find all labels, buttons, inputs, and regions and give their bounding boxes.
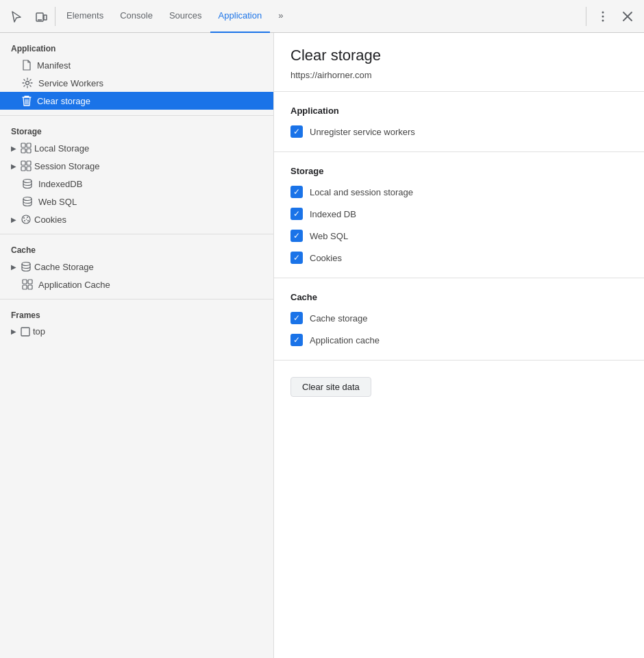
svg-rect-30: [28, 280, 32, 284]
panel-section-storage-title: Storage: [290, 166, 628, 176]
tab-more[interactable]: »: [270, 0, 291, 33]
svg-point-4: [602, 15, 604, 17]
sidebar-item-service-workers[interactable]: Service Workers: [0, 74, 273, 92]
checkbox-row-app-cache: ✓ Application cache: [290, 334, 628, 346]
arrow-right-icon-cache: ▶: [11, 263, 16, 271]
toolbar-divider-right: [586, 7, 586, 26]
sidebar-item-web-sql[interactable]: Web SQL: [0, 193, 273, 210]
svg-point-21: [23, 197, 32, 201]
more-options-button[interactable]: [592, 5, 614, 27]
gear-icon: [22, 77, 33, 88]
svg-rect-18: [21, 167, 25, 171]
svg-rect-12: [21, 143, 25, 147]
sidebar-item-manifest-label: Manifest: [37, 60, 71, 71]
toolbar-right: [583, 5, 639, 27]
checkbox-label-cookies[interactable]: Cookies: [310, 253, 342, 263]
sidebar-item-manifest[interactable]: Manifest: [0, 56, 273, 74]
cursor-tool-button[interactable]: [5, 5, 27, 27]
svg-point-25: [24, 220, 25, 221]
svg-point-5: [602, 19, 604, 21]
checkbox-row-cache-storage: ✓ Cache storage: [290, 312, 628, 324]
sidebar-section-frames: Frames: [0, 305, 273, 323]
arrow-right-icon-top: ▶: [11, 328, 16, 335]
panel-title: Clear storage: [290, 47, 628, 64]
checkbox-indexed-db[interactable]: ✓: [290, 208, 303, 220]
checkbox-label-app-cache[interactable]: Application cache: [310, 335, 380, 345]
checkbox-row-local-session: ✓ Local and session storage: [290, 186, 628, 198]
panel-section-application-title: Application: [290, 106, 628, 116]
sidebar-item-service-workers-label: Service Workers: [38, 78, 103, 88]
tab-sources[interactable]: Sources: [161, 0, 210, 33]
sidebar-divider-3: [0, 299, 273, 300]
tab-console[interactable]: Console: [112, 0, 161, 33]
sidebar-item-session-storage[interactable]: ▶ Session Storage: [0, 157, 273, 175]
checkbox-label-web-sql[interactable]: Web SQL: [310, 231, 348, 241]
checkbox-cache-storage[interactable]: ✓: [290, 312, 303, 324]
sidebar-item-clear-storage[interactable]: Clear storage: [0, 92, 273, 110]
main-content: Application Manifest Service Workers: [0, 33, 644, 658]
checkbox-unregister-sw[interactable]: ✓: [290, 125, 303, 138]
sidebar-item-indexed-db[interactable]: IndexedDB: [0, 175, 273, 193]
tab-application[interactable]: Application: [210, 0, 271, 33]
svg-rect-31: [23, 285, 27, 289]
sidebar-item-app-cache-label: Application Cache: [38, 280, 110, 290]
db-icon-websql: [22, 196, 33, 207]
svg-rect-33: [21, 328, 29, 336]
checkbox-cookies[interactable]: ✓: [290, 252, 303, 264]
panel-section-application: Application ✓ Unregister service workers: [274, 92, 644, 152]
toolbar: Elements Console Sources Application »: [0, 0, 644, 33]
sidebar-item-cache-storage-label: Cache Storage: [34, 262, 94, 272]
checkmark-icon-local: ✓: [293, 188, 300, 196]
grid-icon-local: [21, 143, 32, 154]
grid-icon-session: [21, 160, 32, 171]
sidebar-item-web-sql-label: Web SQL: [38, 197, 77, 207]
panel-section-cache: Cache ✓ Cache storage ✓ Application cach…: [274, 278, 644, 361]
checkbox-row-indexed-db: ✓ Indexed DB: [290, 208, 628, 220]
checkbox-label-local-session[interactable]: Local and session storage: [310, 187, 413, 197]
checkbox-label-unregister-sw[interactable]: Unregister service workers: [310, 127, 415, 137]
svg-rect-32: [28, 285, 32, 289]
svg-rect-1: [44, 15, 47, 20]
checkbox-app-cache[interactable]: ✓: [290, 334, 303, 346]
panel-section-storage: Storage ✓ Local and session storage ✓ In…: [274, 152, 644, 278]
toolbar-left: [5, 5, 52, 27]
sidebar-item-local-storage[interactable]: ▶ Local Storage: [0, 139, 273, 157]
checkbox-row-cookies: ✓ Cookies: [290, 252, 628, 264]
checkmark-icon-cookies: ✓: [293, 254, 300, 262]
sidebar: Application Manifest Service Workers: [0, 33, 274, 658]
sidebar-item-cache-storage[interactable]: ▶ Cache Storage: [0, 258, 273, 276]
sidebar-item-session-storage-label: Session Storage: [34, 161, 99, 171]
device-tool-button[interactable]: [30, 5, 52, 27]
checkbox-local-session[interactable]: ✓: [290, 186, 303, 198]
checkbox-label-cache-storage[interactable]: Cache storage: [310, 313, 368, 324]
sidebar-item-cookies[interactable]: ▶ Cookies: [0, 210, 273, 228]
svg-point-20: [23, 180, 32, 183]
svg-rect-16: [21, 161, 25, 165]
frame-icon: [21, 327, 30, 337]
sidebar-section-cache: Cache: [0, 240, 273, 258]
clear-site-data-button[interactable]: Clear site data: [290, 377, 371, 397]
sidebar-item-local-storage-label: Local Storage: [34, 143, 89, 154]
close-devtools-button[interactable]: [617, 5, 639, 27]
db-icon-cache: [21, 261, 32, 272]
right-panel: Clear storage https://airhorner.com Appl…: [274, 33, 644, 658]
sidebar-item-indexed-db-label: IndexedDB: [38, 179, 82, 189]
svg-rect-15: [27, 149, 31, 153]
tab-elements[interactable]: Elements: [58, 0, 112, 33]
sidebar-item-top-frame[interactable]: ▶ top: [0, 323, 273, 340]
toolbar-tabs: Elements Console Sources Application »: [58, 0, 583, 33]
checkmark-icon-cache: ✓: [293, 314, 300, 322]
checkbox-label-indexed-db[interactable]: Indexed DB: [310, 209, 356, 219]
sidebar-item-app-cache[interactable]: Application Cache: [0, 276, 273, 293]
checkbox-web-sql[interactable]: ✓: [290, 230, 303, 242]
grid-icon-appcache: [22, 279, 33, 290]
sidebar-item-clear-storage-label: Clear storage: [37, 96, 90, 106]
sidebar-item-top-label: top: [33, 326, 45, 337]
clear-button-container: Clear site data: [274, 361, 644, 413]
svg-point-27: [26, 219, 27, 220]
svg-rect-13: [27, 143, 31, 147]
cookie-icon: [21, 214, 32, 225]
file-icon: [22, 60, 32, 71]
db-icon-indexed: [22, 178, 33, 189]
svg-point-8: [26, 82, 29, 85]
